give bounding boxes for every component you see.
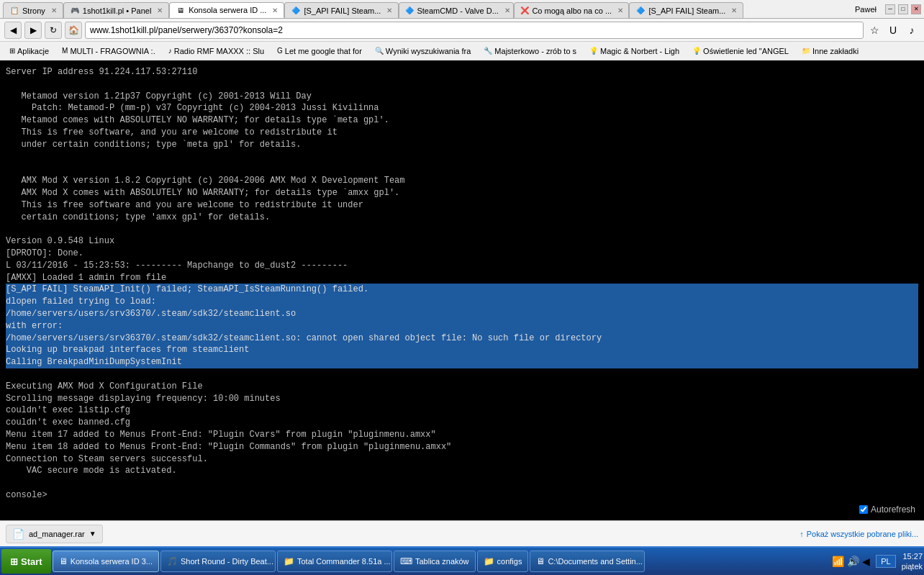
bookmark-label-2: MULTI - FRAGOWNIA :. — [70, 47, 155, 55]
tab-close-7[interactable]: ✕ — [731, 6, 737, 14]
reload-button[interactable]: ↻ — [45, 22, 62, 39]
bookmark-label-7: Magic & Norbert - Ligh — [600, 47, 679, 55]
terminal-line — [6, 163, 918, 175]
language-button[interactable]: PL — [876, 555, 895, 568]
bookmark-aplikacje[interactable]: ⊞ Aplikacje — [4, 44, 54, 58]
forward-button[interactable]: ▶ — [24, 22, 42, 39]
radio-icon: ♪ — [168, 47, 172, 55]
tab-close-1[interactable]: ✕ — [51, 6, 57, 14]
terminal-line: /home/servers/users/srv36370/.steam/sdk3… — [6, 308, 918, 320]
autorefresh-label: Autorefresh — [871, 504, 915, 515]
terminal-line: Metamod version 1.21p37 Copyright (c) 20… — [6, 91, 918, 103]
light-icon: 💡 — [589, 47, 598, 55]
tab-label-1: Strony — [22, 6, 45, 15]
terminal-line: Menu item 17 added to Menus Front-End: "… — [6, 429, 918, 441]
bookmark-label-1: Aplikacje — [17, 47, 49, 55]
autorefresh-checkbox[interactable] — [859, 505, 868, 514]
terminal-line: Version 0.9.548 Linux — [6, 235, 918, 248]
bookmark-label-5: Wyniki wyszukiwania fra — [386, 47, 471, 55]
bookmark-label-4: Let me google that for — [285, 47, 362, 55]
tab-label-6: Co mogą albo na co ... — [532, 6, 612, 15]
tab-label-5: SteamCMD - Valve D... — [417, 6, 499, 15]
taskbar-item-documents[interactable]: 🖥 C:\Documents and Settin... — [530, 551, 645, 572]
download-item[interactable]: 📄 ad_manager.rar ▼ — [6, 525, 103, 543]
tab-co-moga[interactable]: ❌ Co mogą albo na co ... ✕ — [514, 2, 629, 18]
tab-steamcmd[interactable]: 🔷 SteamCMD - Valve D... ✕ — [399, 2, 514, 18]
bookmark-google[interactable]: G Let me google that for — [272, 44, 367, 58]
terminal-line: Metamod comes with ABSOLUTELY NO WARRANT… — [6, 114, 918, 127]
tab-close-4[interactable]: ✕ — [386, 6, 392, 14]
terminal-line: AMX Mod X version 1.8.2 Copyright (c) 20… — [6, 175, 918, 187]
taskbar-item-configs[interactable]: 📁 configs — [477, 551, 529, 572]
tab-strony[interactable]: 📋 Strony ✕ — [3, 2, 63, 18]
taskbar-label-1: Konsola serwera ID 3... — [71, 557, 153, 566]
bookmark-multi[interactable]: M MULTI - FRAGOWNIA :. — [57, 44, 160, 58]
bookmark-inne[interactable]: 📁 Inne zakładki — [797, 44, 864, 58]
music-icon[interactable]: ♪ — [904, 22, 920, 38]
bookmark-majsterkowo[interactable]: 🔧 Majsterkowo - zrób to s — [479, 44, 581, 58]
tab-close-6[interactable]: ✕ — [617, 6, 623, 14]
user-icon[interactable]: U — [885, 22, 901, 38]
terminal-line: under certain conditions; type `meta gpl… — [6, 139, 918, 151]
tab-favicon-3: 🖥 — [176, 5, 186, 15]
terminal-line: Looking up breakpad interfaces from stea… — [6, 344, 918, 356]
tab-close-3[interactable]: ✕ — [272, 6, 278, 14]
maximize-button[interactable]: □ — [898, 4, 908, 14]
window-controls: Paweł ─ □ ✕ — [855, 4, 921, 14]
autorefresh-container: Autorefresh — [859, 504, 915, 515]
taskbar-label-2: Short Round - Dirty Beat... — [181, 557, 273, 566]
taskbar-item-totalcmd[interactable]: 📁 Total Commander 8.51a ... — [277, 551, 392, 572]
terminal-line: Server IP address 91.224.117.53:27110 — [6, 66, 918, 78]
apps-icon: ⊞ — [9, 47, 15, 55]
tab-sapi1[interactable]: 🔷 [S_API FAIL] Steam... ✕ — [284, 2, 399, 18]
tab-panel[interactable]: 🎮 1shot1kill.pl • Panel ✕ — [63, 2, 170, 18]
tab-sapi2[interactable]: 🔷 [S_API FAIL] Steam... ✕ — [629, 2, 743, 18]
search-icon: 🔍 — [375, 47, 384, 55]
terminal-line: with error: — [6, 320, 918, 332]
nav-icons: ☆ U ♪ — [866, 22, 920, 38]
terminal-line — [6, 223, 918, 235]
bookmark-oswietlenie[interactable]: 💡 Oświetlenie led "ANGEL — [687, 44, 794, 58]
tab-label-4: [S_API FAIL] Steam... — [304, 6, 381, 15]
terminal-line: [DPROTO]: Done. — [6, 248, 918, 260]
download-arrow-up-icon: ↑ — [800, 530, 804, 538]
bookmark-wyniki[interactable]: 🔍 Wyniki wyszukiwania fra — [370, 44, 476, 58]
taskbar-favicon-5: 📁 — [484, 556, 494, 566]
terminal-line: L 03/11/2016 - 15:23:53: --------- Mapch… — [6, 260, 918, 272]
multi-icon: M — [62, 47, 68, 55]
terminal-line: This is free software, and you are welco… — [6, 127, 918, 139]
start-button[interactable]: ⊞ Start — [1, 549, 51, 574]
tab-konsola[interactable]: 🖥 Konsola serwera ID ... ✕ — [169, 2, 284, 18]
terminal[interactable]: Server IP address 91.224.117.53:27110 Me… — [0, 60, 924, 520]
tab-close-2[interactable]: ✕ — [157, 6, 163, 14]
volume-tray-icon[interactable]: 🔊 — [847, 556, 859, 567]
taskbar-item-konsola[interactable]: 🖥 Konsola serwera ID 3... — [53, 551, 159, 572]
close-button[interactable]: ✕ — [911, 4, 921, 14]
bookmark-label-8: Oświetlenie led "ANGEL — [703, 47, 789, 55]
back-button[interactable]: ◀ — [4, 22, 22, 39]
home-button[interactable]: 🏠 — [65, 22, 82, 39]
tab-favicon-4: 🔷 — [291, 6, 301, 16]
bookmark-magic[interactable]: 💡 Magic & Norbert - Ligh — [584, 44, 684, 58]
taskbar-item-tablica[interactable]: ⌨ Tablica znaków — [394, 551, 476, 572]
taskbar-item-shortround[interactable]: 🎵 Short Round - Dirty Beat... — [160, 551, 276, 572]
minimize-button[interactable]: ─ — [885, 4, 895, 14]
terminal-line: console> — [6, 489, 918, 502]
show-all-downloads[interactable]: ↑ Pokaż wszystkie pobrane pliki... — [800, 530, 918, 538]
tab-label-3: Konsola serwera ID ... — [189, 6, 266, 14]
taskbar-right: 📶 🔊 ◀ PL 15:27 piątek — [832, 551, 923, 572]
url-bar[interactable] — [85, 22, 864, 39]
taskbar-favicon-2: 🎵 — [167, 556, 178, 566]
download-dropdown-icon[interactable]: ▼ — [89, 530, 96, 538]
network-tray-icon[interactable]: 📶 — [832, 556, 844, 567]
terminal-line: Patch: Metamod-P (mm-p) v37 Copyright (c… — [6, 102, 918, 114]
bookmark-label-9: Inne zakładki — [812, 47, 859, 55]
download-file-icon: 📄 — [12, 528, 24, 540]
taskbar-label-4: Tablica znaków — [415, 557, 469, 566]
bookmark-icon[interactable]: ☆ — [866, 22, 882, 38]
arrow-tray-icon[interactable]: ◀ — [862, 556, 870, 567]
nav-bar: ◀ ▶ ↻ 🏠 ☆ U ♪ — [0, 19, 924, 42]
tab-label-2: 1shot1kill.pl • Panel — [83, 6, 152, 15]
bookmark-rmf[interactable]: ♪ Radio RMF MAXXX :: Slu — [163, 44, 269, 58]
tab-close-5[interactable]: ✕ — [504, 6, 510, 14]
